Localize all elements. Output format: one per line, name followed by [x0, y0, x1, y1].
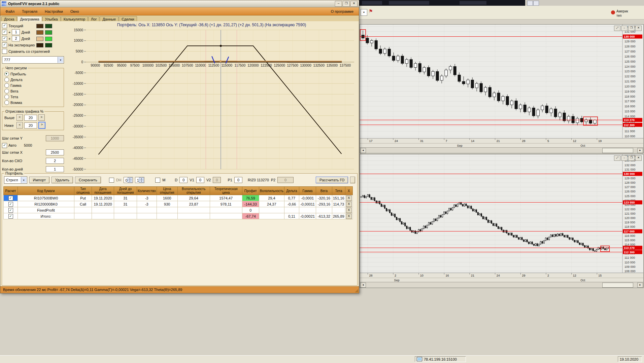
current-checkbox[interactable]: ✓ — [2, 23, 7, 28]
portfolio-combo[interactable]: Стрнгл ▼ — [4, 176, 27, 184]
menu-settings[interactable]: Настройки — [41, 8, 67, 14]
plus1-color-swatch-1[interactable] — [36, 30, 43, 35]
close-icon[interactable]: ✕ — [635, 26, 642, 31]
scroll-left-icon[interactable]: ◄ — [360, 283, 366, 288]
payoff-chart[interactable]: 150001000050000-5000-10000-15000-20000-2… — [66, 28, 358, 172]
grid-x-input[interactable]: 2500 — [46, 149, 64, 155]
scroll-right-icon[interactable]: ► — [637, 283, 643, 288]
restore-icon[interactable]: ⤢ — [614, 155, 620, 161]
draw-option-vega[interactable]: Вега — [4, 88, 62, 94]
chevron-down-icon[interactable]: ▼ — [58, 57, 63, 63]
menu-file[interactable]: Файл — [2, 8, 18, 14]
close-button[interactable]: ✕ — [350, 1, 358, 7]
row-delete-button[interactable]: X — [346, 208, 352, 213]
below-value-input[interactable]: 20 — [24, 122, 37, 129]
row-delete-button[interactable]: X — [346, 195, 352, 201]
radio-icon[interactable] — [4, 89, 9, 94]
import-button[interactable]: Импорт — [29, 177, 49, 183]
v1-input[interactable]: 0 — [196, 177, 204, 183]
chart-horizontal-scrollbar[interactable]: ◄ ► — [360, 282, 643, 288]
stepper-1[interactable]: 0▲▼ — [124, 177, 133, 183]
flag-icon[interactable]: ⚑ — [369, 8, 373, 14]
resize-grip[interactable] — [355, 289, 358, 292]
table-row[interactable]: ✓FixedProfit0X — [4, 207, 353, 213]
radio-icon[interactable] — [4, 77, 9, 82]
increase-above-button[interactable]: > — [38, 114, 45, 121]
scrollbar-thumb[interactable] — [602, 283, 633, 288]
delete-button[interactable]: Удалить — [52, 177, 73, 183]
above-value-input[interactable]: 20 — [24, 115, 37, 121]
scroll-left-icon[interactable]: ◄ — [360, 148, 366, 153]
row-delete-button[interactable]: X — [346, 202, 352, 207]
row-select-cell[interactable]: ✓ — [4, 207, 18, 213]
expiration-color-swatch-2[interactable] — [45, 43, 52, 47]
daily-candle-chart[interactable]: 110 000111 000112 000113 000114 000115 0… — [360, 25, 643, 148]
draw-option-profit[interactable]: Прибыль — [4, 71, 62, 77]
maximize-icon[interactable]: ❐ — [628, 26, 635, 31]
row-select-cell[interactable]: ✓ — [4, 213, 18, 219]
row-checkbox[interactable]: ✓ — [8, 202, 13, 207]
toolbar-button-icon[interactable] — [527, 1, 533, 6]
chart-horizontal-scrollbar[interactable]: ◄ ► — [360, 147, 643, 153]
row-select-cell[interactable]: ✓ — [4, 195, 18, 201]
m-checkbox[interactable] — [155, 178, 160, 183]
minimize-icon[interactable]: – — [621, 155, 628, 161]
table-row[interactable]: ✓Итого:-67,740,11-0,00021-613,32265,89X — [4, 213, 353, 219]
v2-input[interactable]: 0 — [213, 177, 221, 183]
table-row[interactable]: ✓RI120000BK0Call19.11.202031-393023,8797… — [4, 201, 353, 207]
plus1-checkbox[interactable]: ✓ — [2, 30, 7, 35]
draw-option-gamma[interactable]: Гамма — [4, 82, 62, 88]
compare-strategy-checkbox[interactable] — [2, 49, 7, 54]
p1-input[interactable]: 0 — [234, 177, 242, 183]
strategy-combo[interactable]: 777 ▼ — [2, 56, 64, 64]
minimize-button[interactable]: – — [335, 1, 342, 7]
close-icon[interactable]: ✕ — [635, 155, 642, 161]
radio-icon[interactable] — [4, 83, 9, 88]
toolbar-button-icon[interactable] — [533, 1, 539, 6]
plus1-days-input[interactable]: 1 — [12, 29, 20, 35]
scrollbar-thumb[interactable] — [602, 148, 633, 153]
row-checkbox[interactable]: ✓ — [8, 196, 13, 201]
sko-input[interactable]: 2 — [46, 158, 64, 164]
plus1-color-swatch-2[interactable] — [45, 30, 52, 35]
auto-checkbox[interactable]: ✓ — [2, 143, 7, 148]
radio-icon[interactable] — [4, 100, 9, 105]
grid-y-input[interactable]: 1000 — [46, 135, 64, 141]
restore-icon[interactable]: ⤢ — [614, 26, 620, 31]
chevron-down-icon[interactable]: ▼ — [361, 9, 367, 16]
collapse-button[interactable] — [350, 177, 355, 183]
row-select-cell[interactable]: ✓ — [4, 201, 18, 207]
expiration-checkbox[interactable]: ✓ — [2, 42, 7, 47]
row-checkbox[interactable]: ✓ — [8, 214, 13, 219]
maximize-icon[interactable]: ❐ — [628, 155, 635, 161]
menu-trading[interactable]: Торговля — [18, 8, 41, 14]
window-titlebar[interactable]: FVV OptionFVV версия 2.1 public – ❐ ✕ — [0, 0, 359, 7]
row-delete-button[interactable]: X — [346, 214, 352, 219]
current-color-swatch-2[interactable] — [45, 24, 52, 28]
table-row[interactable]: ✓RI107500BW0Put19.11.202031-3160029,6415… — [4, 195, 353, 201]
stepper-down-icon[interactable]: ▼ — [139, 180, 144, 183]
minimize-icon[interactable]: – — [621, 26, 628, 31]
calc-margin-button[interactable]: Рассчитать ГО — [316, 177, 348, 183]
plus2-color-swatch-1[interactable] — [36, 37, 43, 41]
dh-checkbox[interactable] — [109, 178, 114, 183]
row-checkbox[interactable]: ✓ — [8, 208, 13, 213]
p2-input[interactable]: 0 — [277, 177, 294, 183]
draw-option-delta[interactable]: Дельта — [4, 77, 62, 82]
current-color-swatch-1[interactable] — [36, 24, 43, 28]
save-button[interactable]: Сохранить — [75, 177, 101, 183]
draw-option-vomma[interactable]: Вомма — [4, 100, 62, 105]
plus2-days-input[interactable]: 2 — [12, 36, 20, 41]
d-input[interactable]: 0 — [179, 177, 188, 183]
menu-about[interactable]: О программе — [327, 8, 358, 14]
stepper-2[interactable]: 1▲▼ — [135, 177, 144, 183]
menu-window[interactable]: Окно — [67, 8, 83, 14]
radio-icon[interactable] — [4, 72, 9, 76]
plus2-color-swatch-2[interactable] — [45, 37, 52, 41]
maximize-button[interactable]: ❐ — [343, 1, 350, 7]
intraday-candle-chart[interactable]: 108 000109 000110 000111 000112 000113 0… — [360, 154, 643, 282]
chevron-down-icon[interactable]: ▼ — [21, 177, 27, 183]
decrease-below-button[interactable]: < — [16, 122, 23, 129]
days-count-input[interactable]: 1 — [46, 166, 64, 172]
plus2-checkbox[interactable]: ✓ — [2, 36, 7, 41]
